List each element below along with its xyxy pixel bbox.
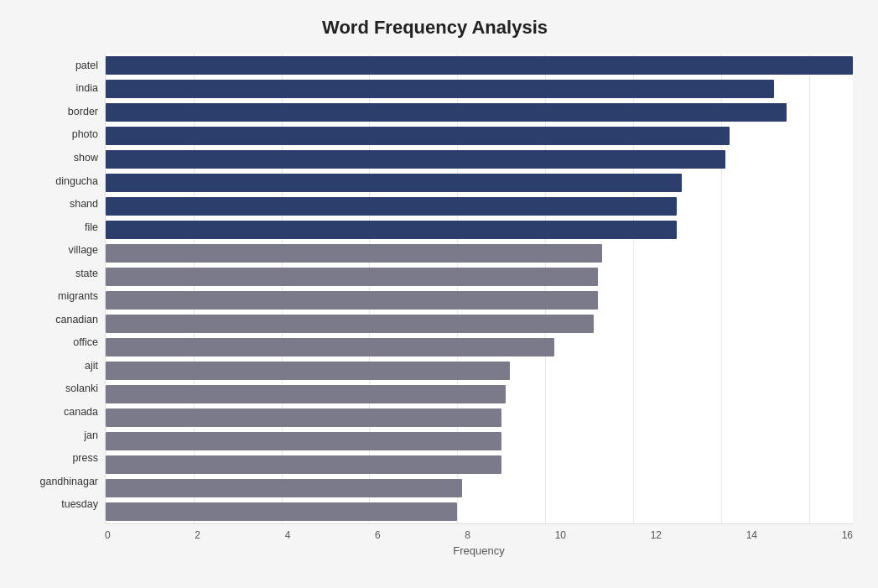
bar-row	[106, 77, 853, 101]
bar	[106, 338, 554, 356]
bar-row	[106, 336, 853, 359]
x-tick: 8	[465, 529, 470, 541]
y-label: border	[17, 100, 98, 123]
bar-row	[106, 124, 853, 148]
bar	[106, 268, 598, 286]
x-tick: 4	[285, 529, 291, 541]
bar	[106, 80, 774, 98]
bar	[106, 221, 677, 239]
y-label: migrants	[17, 284, 98, 308]
bar	[106, 479, 462, 497]
y-label: solanki	[17, 377, 98, 401]
y-label: press	[17, 446, 98, 470]
bar	[106, 103, 787, 122]
chart-area: patelindiaborderphotoshowdinguchashandfi…	[17, 54, 853, 516]
bar-row	[106, 171, 853, 195]
y-label: gandhinagar	[17, 470, 98, 493]
bar-row	[106, 242, 853, 265]
bar	[106, 408, 501, 427]
bar	[106, 362, 510, 380]
bar	[106, 56, 853, 75]
bar	[106, 291, 598, 310]
y-axis: patelindiaborderphotoshowdinguchashandfi…	[17, 54, 105, 516]
bar-row	[106, 453, 853, 476]
bar	[106, 315, 594, 333]
x-tick: 12	[651, 529, 662, 541]
y-label: tuesday	[17, 492, 98, 516]
y-label: ajit	[17, 354, 98, 377]
bar-row	[106, 359, 853, 382]
bar	[106, 432, 501, 450]
bar-row	[106, 382, 853, 406]
bar	[106, 127, 730, 145]
y-label: india	[17, 77, 98, 101]
bar-row	[106, 265, 853, 289]
x-tick: 0	[105, 529, 111, 541]
bar-row	[106, 101, 853, 124]
bars-wrapper	[105, 54, 853, 524]
y-label: state	[17, 262, 98, 285]
bar	[106, 197, 677, 216]
bar	[106, 502, 457, 521]
y-label: office	[17, 331, 98, 355]
x-tick: 14	[746, 529, 757, 541]
y-label: show	[17, 146, 98, 169]
bar-row	[106, 406, 853, 429]
y-label: patel	[17, 54, 98, 77]
bar	[106, 174, 682, 192]
bar-row	[106, 195, 853, 218]
bar-row	[106, 289, 853, 312]
y-label: photo	[17, 123, 98, 147]
bar-row	[106, 500, 853, 523]
bar-row	[106, 54, 853, 77]
bars-and-xaxis: 0246810121416 Frequency	[105, 54, 853, 516]
x-axis-label: Frequency	[105, 544, 853, 557]
x-tick: 10	[555, 529, 566, 541]
y-label: file	[17, 216, 98, 239]
bar	[106, 244, 602, 263]
bar	[106, 385, 506, 403]
y-label: dingucha	[17, 169, 98, 193]
bar-row	[106, 218, 853, 242]
bar-row	[106, 429, 853, 453]
bar-row	[106, 476, 853, 500]
chart-title: Word Frequency Analysis	[17, 17, 853, 39]
bar-row	[106, 148, 853, 171]
y-label: shand	[17, 192, 98, 216]
x-tick: 2	[195, 529, 200, 541]
y-label: village	[17, 238, 98, 262]
y-label: canadian	[17, 308, 98, 331]
x-tick: 6	[375, 529, 381, 541]
chart-container: Word Frequency Analysis patelindiaborder…	[0, 0, 878, 588]
x-tick: 16	[842, 529, 853, 541]
y-label: canada	[17, 400, 98, 424]
bar	[106, 150, 725, 169]
x-axis: 0246810121416	[105, 524, 853, 541]
bar	[106, 455, 501, 474]
y-label: jan	[17, 424, 98, 447]
bar-row	[106, 312, 853, 336]
